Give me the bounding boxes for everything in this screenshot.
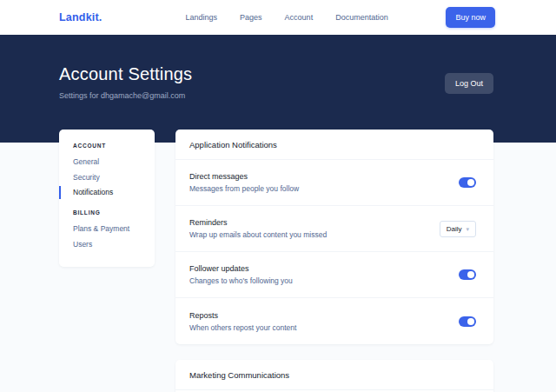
toggle-knob xyxy=(467,179,474,186)
sidebar-item-plans-payment[interactable]: Plans & Payment xyxy=(73,224,146,234)
card-title-marketing-communications: Marketing Communications xyxy=(175,360,493,390)
hero-text: Account Settings Settings for dhgamache@… xyxy=(59,64,192,100)
log-out-button[interactable]: Log Out xyxy=(445,73,493,94)
content-area: Account General Security Notifications B… xyxy=(0,130,556,392)
direct-messages-toggle[interactable] xyxy=(459,177,476,188)
sidebar-item-general[interactable]: General xyxy=(73,157,146,167)
setting-text: Reminders Wrap up emails about content y… xyxy=(189,218,327,239)
select-value: Daily xyxy=(447,225,462,233)
setting-row-reposts: Reposts When others repost your content xyxy=(175,298,493,344)
setting-title: Direct messages xyxy=(189,172,299,181)
sidebar-item-users[interactable]: Users xyxy=(73,240,146,249)
nav-link-pages[interactable]: Pages xyxy=(240,13,262,22)
setting-text: Direct messages Messages from people you… xyxy=(189,172,299,193)
sidebar-item-notifications[interactable]: Notifications xyxy=(73,188,146,197)
nav-link-account[interactable]: Account xyxy=(285,13,314,22)
hero-banner: Account Settings Settings for dhgamache@… xyxy=(0,35,556,143)
logo[interactable]: Landkit. xyxy=(59,11,103,23)
setting-subtitle: Changes to who's following you xyxy=(189,276,293,285)
toggle-knob xyxy=(467,271,474,278)
application-notifications-card: Application Notifications Direct message… xyxy=(175,130,493,344)
page-title: Account Settings xyxy=(59,64,192,84)
settings-main-column: Application Notifications Direct message… xyxy=(175,130,493,392)
setting-subtitle: When others repost your content xyxy=(189,323,296,332)
settings-sidebar: Account General Security Notifications B… xyxy=(59,130,155,267)
setting-title: Follower updates xyxy=(189,264,293,273)
setting-text: Reposts When others repost your content xyxy=(189,311,296,332)
sidebar-heading-billing: Billing xyxy=(73,209,146,216)
setting-row-follower-updates: Follower updates Changes to who's follow… xyxy=(175,252,493,298)
marketing-communications-card: Marketing Communications xyxy=(175,360,493,392)
reminders-frequency-select[interactable]: Daily ▾ xyxy=(440,221,476,237)
follower-updates-toggle[interactable] xyxy=(459,269,476,280)
setting-subtitle: Wrap up emails about content you missed xyxy=(189,230,327,239)
setting-row-direct-messages: Direct messages Messages from people you… xyxy=(175,160,493,206)
setting-title: Reposts xyxy=(189,311,296,320)
card-title-application-notifications: Application Notifications xyxy=(175,130,493,160)
setting-title: Reminders xyxy=(189,218,327,227)
toggle-knob xyxy=(467,318,474,325)
buy-now-button[interactable]: Buy now xyxy=(446,7,495,28)
chevron-down-icon: ▾ xyxy=(466,226,469,232)
nav-link-documentation[interactable]: Documentation xyxy=(335,13,388,22)
sidebar-item-security[interactable]: Security xyxy=(73,173,146,183)
nav-link-landings[interactable]: Landings xyxy=(186,13,218,22)
nav-links: Landings Pages Account Documentation xyxy=(186,13,388,22)
setting-row-reminders: Reminders Wrap up emails about content y… xyxy=(175,206,493,252)
setting-subtitle: Messages from people you follow xyxy=(189,184,299,193)
page-subtitle: Settings for dhgamache@gmail.com xyxy=(59,91,192,100)
sidebar-heading-account: Account xyxy=(73,143,146,149)
top-navbar: Landkit. Landings Pages Account Document… xyxy=(0,0,556,35)
reposts-toggle[interactable] xyxy=(459,316,476,327)
setting-text: Follower updates Changes to who's follow… xyxy=(189,264,293,285)
